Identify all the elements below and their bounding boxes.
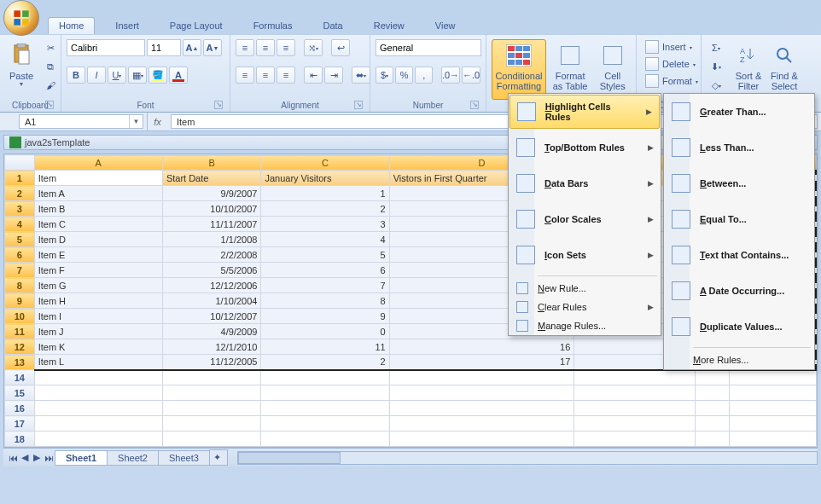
table-row[interactable]: 16 [5,401,817,416]
font-size-select[interactable] [147,39,181,56]
col-header-B[interactable]: B [162,155,261,171]
increase-indent-button[interactable]: ⇥ [324,67,343,84]
tab-data[interactable]: Data [312,18,352,34]
decrease-decimal-button[interactable]: ←.0 [462,67,480,84]
alignment-launcher[interactable]: ↘ [354,101,363,109]
copy-button[interactable]: ⧉ [41,58,60,75]
sort-filter-button[interactable]: AZ Sort & Filter ▼ [732,39,765,100]
tab-review[interactable]: Review [364,18,415,34]
row-header-9[interactable]: 9 [5,293,35,309]
comma-format-button[interactable]: , [415,67,433,84]
row-header-7[interactable]: 7 [5,263,35,278]
menu-text[interactable]: Text that Contains... [664,237,814,273]
sheet-nav-first[interactable]: ⏮ [7,452,19,464]
shrink-font-button[interactable]: A▼ [203,39,222,56]
align-right-button[interactable]: ≡ [277,67,295,84]
menu-topbottom[interactable]: Top/Bottom Rules▶ [509,130,661,165]
row-header-10[interactable]: 10 [5,309,35,324]
row-header-12[interactable]: 12 [5,339,35,355]
table-row[interactable]: 14 [5,370,817,385]
menu-clearrules[interactable]: Clear Rules▶ [509,298,661,316]
format-painter-button[interactable]: 🖌 [41,77,60,94]
menu-equal[interactable]: Equal To... [664,201,814,237]
align-middle-button[interactable]: ≡ [256,39,275,56]
tab-formulas[interactable]: Formulas [243,18,303,34]
menu-more-rules[interactable]: More Rules... [664,350,814,369]
sheet-tab-1[interactable]: Sheet1 [55,450,108,466]
format-cells-button[interactable]: Format▾ [642,73,702,89]
align-left-button[interactable]: ≡ [236,67,254,84]
row-header-6[interactable]: 6 [5,247,35,263]
row-header-16[interactable]: 16 [5,401,35,416]
tab-view[interactable]: View [425,18,466,34]
menu-gt[interactable]: Greater Than... [664,94,814,130]
format-as-table-button[interactable]: Format as Table ▼ [550,39,591,100]
sheet-tab-2[interactable]: Sheet2 [107,450,159,466]
sheet-nav-prev[interactable]: ◀ [19,452,31,464]
sheet-tab-3[interactable]: Sheet3 [158,450,210,466]
insert-cells-button[interactable]: Insert▾ [642,39,702,55]
align-bottom-button[interactable]: ≡ [277,39,295,56]
sheet-nav-next[interactable]: ▶ [31,452,43,464]
bold-button[interactable]: B [67,67,85,84]
row-header-4[interactable]: 4 [5,217,35,232]
font-launcher[interactable]: ↘ [214,101,223,109]
row-header-3[interactable]: 3 [5,201,35,217]
tab-page-layout[interactable]: Page Layout [160,18,233,34]
grow-font-button[interactable]: A▲ [183,39,201,56]
menu-newrule[interactable]: New Rule... [509,279,661,298]
menu-highlight[interactable]: Highlight Cells Rules▶ [509,95,660,129]
new-sheet-button[interactable]: ✦ [209,449,228,466]
table-row[interactable]: 15 [5,385,817,401]
tab-insert[interactable]: Insert [105,18,149,34]
align-top-button[interactable]: ≡ [236,39,254,56]
row-header-15[interactable]: 15 [5,385,35,401]
row-header-2[interactable]: 2 [5,186,35,201]
percent-format-button[interactable]: % [395,67,413,84]
tab-home[interactable]: Home [48,17,95,34]
fill-color-button[interactable]: 🪣 [148,67,167,84]
number-launcher[interactable]: ↘ [470,101,479,109]
menu-lt[interactable]: Less Than... [664,130,814,165]
paste-button[interactable]: Paste ▼ [5,39,38,90]
menu-date[interactable]: A Date Occurring... [664,273,814,309]
delete-cells-button[interactable]: Delete▾ [642,56,702,72]
row-header-11[interactable]: 11 [5,324,35,339]
cut-button[interactable]: ✂ [41,39,60,56]
select-all-corner[interactable] [5,155,35,171]
fill-button[interactable]: ⬇▾ [707,58,725,75]
number-format-select[interactable] [376,39,481,56]
row-header-8[interactable]: 8 [5,278,35,293]
office-button[interactable] [3,0,39,36]
col-header-C[interactable]: C [261,155,389,171]
decrease-indent-button[interactable]: ⇤ [304,67,323,84]
accounting-format-button[interactable]: $▾ [376,67,393,84]
name-box-dropdown[interactable]: ▼ [129,115,143,128]
menu-between[interactable]: Between... [664,165,814,201]
menu-databars[interactable]: Data Bars▶ [509,165,661,201]
border-button[interactable]: ▦▾ [128,67,147,84]
wrap-text-button[interactable]: ↩ [331,39,350,56]
row-header-1[interactable]: 1 [5,171,35,186]
fx-button[interactable]: fx [147,113,167,130]
table-row[interactable]: 18 [5,432,817,447]
clipboard-launcher[interactable]: ↘ [45,101,54,109]
row-header-14[interactable]: 14 [5,370,35,385]
menu-iconsets[interactable]: Icon Sets▶ [509,237,661,273]
row-header-13[interactable]: 13 [5,355,35,370]
row-header-18[interactable]: 18 [5,432,35,447]
align-center-button[interactable]: ≡ [256,67,275,84]
find-select-button[interactable]: Find & Select ▼ [768,39,801,100]
autosum-button[interactable]: Σ▾ [707,39,725,56]
menu-dup[interactable]: Duplicate Values... [664,309,814,345]
col-header-A[interactable]: A [34,155,162,171]
row-header-17[interactable]: 17 [5,416,35,432]
horizontal-scrollbar[interactable] [237,451,818,465]
name-box[interactable]: A1 ▼ [19,114,143,129]
conditional-formatting-button[interactable]: Conditional Formatting ▼ [492,39,546,100]
font-name-select[interactable] [67,39,145,56]
table-row[interactable]: 17 [5,416,817,432]
cell-styles-button[interactable]: Cell Styles ▼ [594,39,631,100]
clear-button[interactable]: ◇▾ [707,77,725,94]
row-header-5[interactable]: 5 [5,232,35,247]
